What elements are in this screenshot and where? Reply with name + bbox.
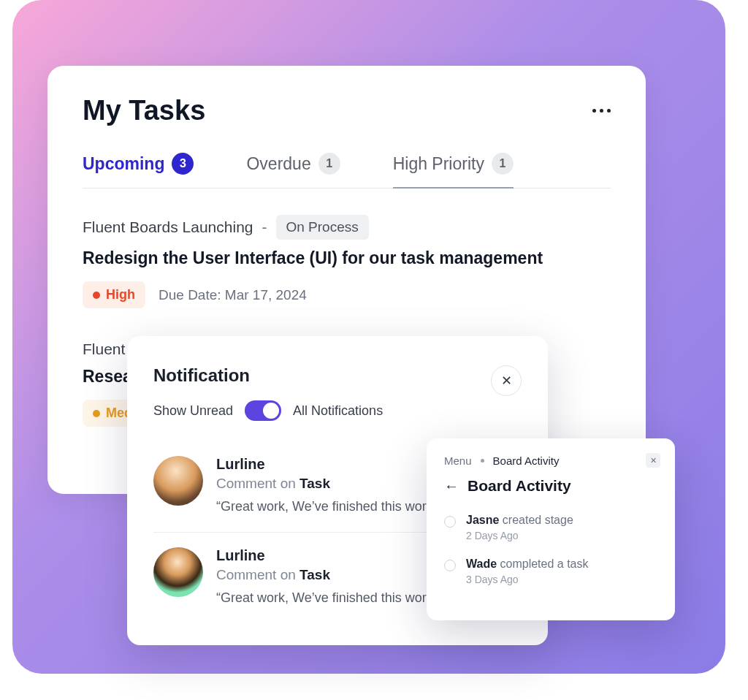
- separator: -: [262, 218, 267, 236]
- tab-count-badge: 1: [318, 153, 340, 175]
- page-title: My Tasks: [83, 95, 205, 126]
- breadcrumb-current: Board Activity: [493, 454, 560, 467]
- breadcrumb: Menu Board Activity: [444, 454, 657, 467]
- task-item[interactable]: Fluent Boards Launching - On Process Red…: [83, 215, 611, 308]
- priority-label: High: [106, 287, 135, 303]
- priority-dot-icon: [93, 292, 100, 299]
- board-activity-panel: Menu Board Activity ✕ ← Board Activity J…: [427, 438, 675, 620]
- task-project: Fluent Boards Launching: [83, 218, 253, 236]
- avatar: [153, 456, 203, 506]
- activity-text: Wade completed a task: [466, 558, 588, 571]
- tab-count-badge: 3: [172, 153, 194, 175]
- tab-upcoming[interactable]: Upcoming 3: [83, 153, 194, 188]
- close-icon[interactable]: ✕: [491, 365, 522, 396]
- due-date: Due Date: Mar 17, 2024: [159, 287, 307, 303]
- task-tabs: Upcoming 3 Overdue 1 High Priority 1: [83, 153, 611, 189]
- tab-label: Overdue: [246, 154, 310, 174]
- activity-title: Board Activity: [468, 477, 571, 495]
- activity-time: 2 Days Ago: [466, 530, 573, 541]
- more-icon[interactable]: [592, 109, 611, 113]
- back-arrow-icon[interactable]: ←: [444, 478, 459, 495]
- notification-title: Notification: [153, 365, 522, 386]
- activity-item[interactable]: Wade completed a task 3 Days Ago: [444, 558, 657, 585]
- all-notifications-label: All Notifications: [293, 403, 383, 419]
- priority-badge: High: [83, 281, 145, 308]
- tab-label: Upcoming: [83, 154, 164, 174]
- unread-toggle[interactable]: [245, 400, 281, 421]
- priority-dot-icon: [93, 410, 100, 417]
- tab-overdue[interactable]: Overdue 1: [246, 153, 340, 188]
- activity-marker-icon: [444, 516, 456, 528]
- task-project: Fluent: [83, 341, 125, 358]
- tab-count-badge: 1: [492, 153, 514, 175]
- show-unread-label: Show Unread: [153, 403, 233, 419]
- activity-text: Jasne created stage: [466, 514, 573, 527]
- task-title: Redesign the User Interface (UI) for our…: [83, 248, 611, 268]
- breadcrumb-menu[interactable]: Menu: [444, 454, 472, 467]
- activity-marker-icon: [444, 560, 456, 571]
- tab-high-priority[interactable]: High Priority 1: [393, 153, 514, 188]
- avatar: [153, 547, 203, 597]
- status-badge: On Process: [276, 215, 369, 240]
- close-icon[interactable]: ✕: [646, 453, 660, 468]
- tab-label: High Priority: [393, 154, 484, 174]
- activity-item[interactable]: Jasne created stage 2 Days Ago: [444, 514, 657, 541]
- breadcrumb-separator-icon: [481, 459, 484, 463]
- activity-time: 3 Days Ago: [466, 574, 588, 585]
